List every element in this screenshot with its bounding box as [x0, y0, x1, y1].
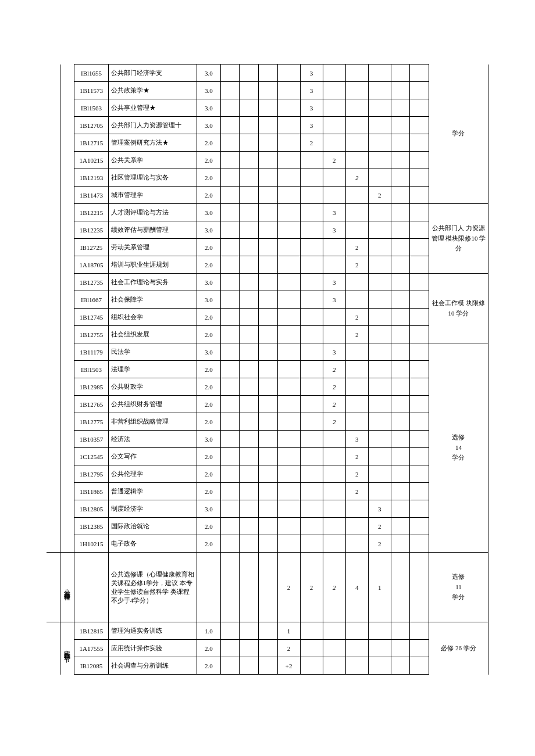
sem5-cell — [300, 500, 323, 518]
sem4-cell — [277, 483, 300, 500]
category-col1-exp — [47, 622, 60, 675]
category-col2 — [60, 65, 74, 553]
course-code: IBl1563 — [74, 99, 109, 117]
course-name: 法理学 — [108, 361, 197, 378]
sem8-cell — [368, 361, 391, 378]
sem4-cell — [277, 134, 300, 152]
sem5-cell — [300, 291, 323, 309]
sem8-cell — [368, 204, 391, 221]
sem7-cell: 4 — [345, 553, 368, 622]
table-row: IBl1655公共部门经济学支3.03学分 — [47, 65, 488, 82]
sem7-cell: 2 — [345, 239, 368, 256]
sem5-cell — [300, 465, 323, 483]
sem8-cell — [368, 396, 391, 413]
sem6-cell — [323, 82, 345, 99]
table-row: 1H10215电子政务2.02 — [47, 535, 488, 553]
sem8-cell — [368, 378, 391, 396]
sem6-cell — [323, 465, 345, 483]
sem4-cell — [277, 343, 300, 361]
sem4-cell — [277, 465, 300, 483]
sem7-cell — [345, 221, 368, 239]
course-credit: 2.0 — [197, 465, 220, 483]
sem5-cell — [300, 378, 323, 396]
course-credit: 2.0 — [197, 169, 220, 187]
course-credit: 3.0 — [197, 291, 220, 309]
course-credit: 3.0 — [197, 82, 220, 99]
sem4-cell — [277, 291, 300, 309]
sem6-cell — [323, 500, 345, 518]
course-code: 1B10357 — [74, 431, 109, 448]
course-name: 组织社会学 — [108, 309, 197, 326]
sem7-cell: 3 — [345, 431, 368, 448]
course-name: 公共关系学 — [108, 152, 197, 169]
course-name: 公共部门经济学支 — [108, 65, 197, 82]
sem5-cell — [300, 640, 323, 657]
sem7-cell: 2 — [345, 256, 368, 274]
sem5-cell — [300, 204, 323, 221]
sem4-cell — [277, 448, 300, 465]
sem5-cell — [300, 256, 323, 274]
course-credit: 3.0 — [197, 343, 220, 361]
sem4-cell — [277, 518, 300, 535]
category-experiment: 实验教学环节 — [60, 622, 74, 675]
table-row: 1B12795公共伦理学2.02 — [47, 465, 488, 483]
sem5-cell: 2 — [300, 553, 323, 622]
course-name: 制度经济学 — [108, 500, 197, 518]
course-code: 1A18705 — [74, 256, 109, 274]
sem8-cell — [368, 152, 391, 169]
sem6-cell — [323, 169, 345, 187]
course-credit: 2.0 — [197, 187, 220, 204]
sem4-cell — [277, 221, 300, 239]
table-row: 1A10215公共关系学2.02 — [47, 152, 488, 169]
table-row: IB12085社会调查与分析训练2.0+2 — [47, 657, 488, 675]
sem5-cell — [300, 239, 323, 256]
course-credit: 3.0 — [197, 274, 220, 291]
table-row: 1B12193社区管理理论与实务2.02 — [47, 169, 488, 187]
course-code: IB12725 — [74, 239, 109, 256]
course-credit: 2.0 — [197, 535, 220, 553]
sem5-cell — [300, 622, 323, 640]
sem4-cell — [277, 187, 300, 204]
course-code: 1B11865 — [74, 483, 109, 500]
table-row: 实验教学环节1B12815管理沟通实务训练1.01必修 26 学分 — [47, 622, 488, 640]
course-credit: 3.0 — [197, 117, 220, 134]
sem7-cell — [345, 378, 368, 396]
sem5-cell — [300, 483, 323, 500]
course-name: 公文写作 — [108, 448, 197, 465]
sem7-cell — [345, 361, 368, 378]
table-row: 1B11179民法学3.03选修14学分 — [47, 343, 488, 361]
sem5-cell: 3 — [300, 99, 323, 117]
course-credit: 3.0 — [197, 500, 220, 518]
sem6-cell: 3 — [323, 291, 345, 309]
public-elective-note: 公共选修课（心理健康教育相关课程必修1学分，建议 本专业学生修读自然科学 类课程… — [108, 553, 197, 622]
sem7-cell — [345, 413, 368, 431]
course-code: IBl1503 — [74, 361, 109, 378]
sem6-cell — [323, 326, 345, 343]
sem7-cell — [345, 82, 368, 99]
sem6-cell — [323, 117, 345, 134]
sem7-cell: 2 — [345, 309, 368, 326]
sem5-cell — [300, 448, 323, 465]
course-code: 1B11473 — [74, 187, 109, 204]
sem4-cell: 2 — [277, 553, 300, 622]
sem7-cell — [345, 187, 368, 204]
sem7-cell — [345, 204, 368, 221]
sem5-cell — [300, 187, 323, 204]
sem8-cell — [368, 622, 391, 640]
course-name: 城市管理学 — [108, 187, 197, 204]
course-credit: 2.0 — [197, 518, 220, 535]
sem4-cell — [277, 500, 300, 518]
sem8-cell — [368, 431, 391, 448]
course-name: 社会组织发展 — [108, 326, 197, 343]
course-name: 绩效评估与薪酬管理 — [108, 221, 197, 239]
sem8-cell: 1 — [368, 553, 391, 622]
course-credit: 2.0 — [197, 378, 220, 396]
sem4-cell: +2 — [277, 657, 300, 675]
course-code: 1B12775 — [74, 413, 109, 431]
course-code: 1A10215 — [74, 152, 109, 169]
sem4-cell — [277, 65, 300, 82]
sem4-cell — [277, 535, 300, 553]
sem8-cell — [368, 99, 391, 117]
sem4-cell — [277, 274, 300, 291]
sem5-cell — [300, 169, 323, 187]
